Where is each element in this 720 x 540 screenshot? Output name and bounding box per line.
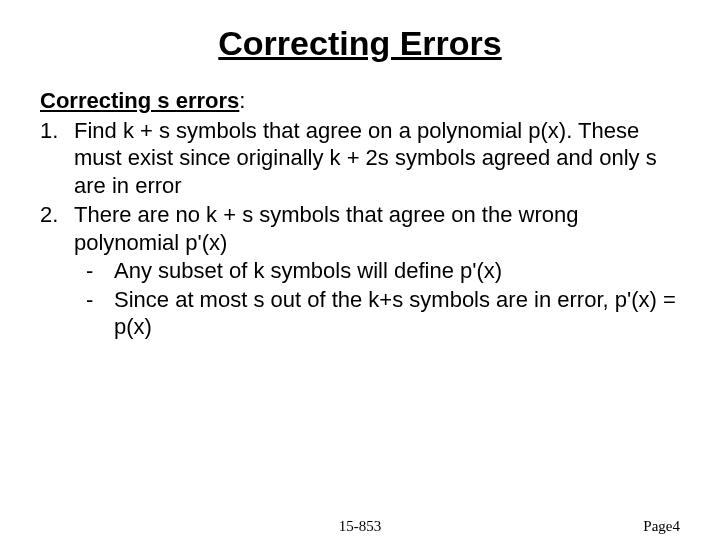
sub-text: Any subset of k symbols will define p'(x… bbox=[114, 257, 680, 285]
subheading-colon: : bbox=[239, 88, 245, 113]
list-text: Find k + s symbols that agree on a polyn… bbox=[74, 117, 680, 200]
list-text: There are no k + s symbols that agree on… bbox=[74, 201, 680, 341]
sub-text: Since at most s out of the k+s symbols a… bbox=[114, 286, 680, 341]
list-number: 1. bbox=[40, 117, 74, 200]
slide-body: Correcting s errors: 1. Find k + s symbo… bbox=[40, 87, 680, 341]
footer-center: 15-853 bbox=[339, 518, 382, 535]
sub-item: - Since at most s out of the k+s symbols… bbox=[74, 286, 680, 341]
list-item: 2. There are no k + s symbols that agree… bbox=[40, 201, 680, 341]
sub-item: - Any subset of k symbols will define p'… bbox=[74, 257, 680, 285]
sub-bullet: - bbox=[74, 286, 114, 341]
list-number: 2. bbox=[40, 201, 74, 341]
list-item: 1. Find k + s symbols that agree on a po… bbox=[40, 117, 680, 200]
ordered-list: 1. Find k + s symbols that agree on a po… bbox=[40, 117, 680, 341]
subheading: Correcting s errors bbox=[40, 88, 239, 113]
list-item-lead: There are no k + s symbols that agree on… bbox=[74, 202, 578, 255]
slide-title: Correcting Errors bbox=[40, 24, 680, 63]
footer-page: Page4 bbox=[643, 518, 680, 535]
sub-bullet: - bbox=[74, 257, 114, 285]
